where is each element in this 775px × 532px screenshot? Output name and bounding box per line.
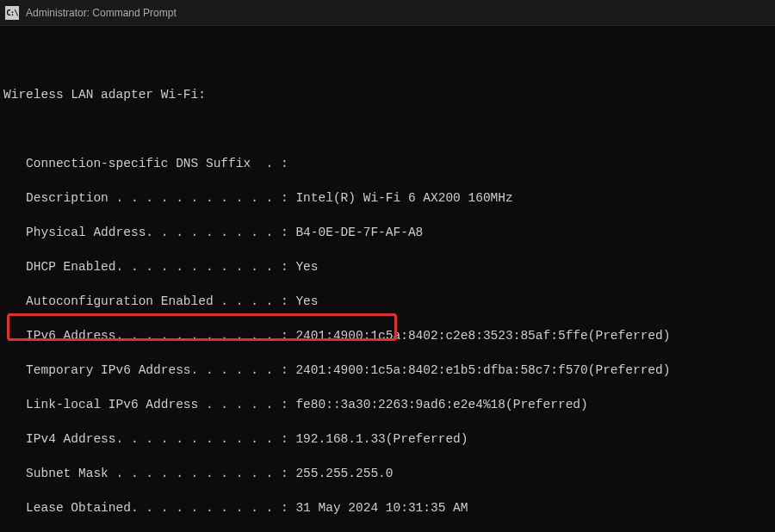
line-value: 2401:4900:1c5a:8402:e1b5:dfba:58c7:f570(… (295, 363, 670, 377)
line-value: fe80::3a30:2263:9ad6:e2e4%18(Preferred) (295, 398, 587, 411)
line-label: Link-local IPv6 Address . . . . . (26, 398, 273, 411)
output-line: Lease Obtained. . . . . . . . . . : 31 M… (3, 499, 775, 517)
line-label: Description . . . . . . . . . . . (26, 191, 273, 205)
line-label: IPv4 Address. . . . . . . . . . . (26, 432, 273, 446)
line-label: DHCP Enabled. . . . . . . . . . . (26, 260, 273, 274)
line-label: Connection-specific DNS Suffix . (26, 157, 273, 170)
terminal-output: Wireless LAN adapter Wi-Fi: Connection-s… (0, 26, 775, 532)
output-line: Subnet Mask . . . . . . . . . . . : 255.… (3, 465, 775, 482)
blank-line (3, 121, 775, 138)
output-line: Temporary IPv6 Address. . . . . . : 2401… (3, 362, 775, 379)
line-value: 192.168.1.33(Preferred) (295, 432, 468, 446)
line-value: Intel(R) Wi-Fi 6 AX200 160MHz (295, 191, 512, 205)
output-line: DHCP Enabled. . . . . . . . . . . : Yes (3, 258, 775, 275)
line-value: 2401:4900:1c5a:8402:c2e8:3523:85af:5ffe(… (295, 329, 670, 343)
output-line: IPv6 Address. . . . . . . . . . . : 2401… (3, 327, 775, 344)
line-value: 255.255.255.0 (295, 467, 393, 480)
titlebar[interactable]: C:\ Administrator: Command Prompt (0, 0, 775, 26)
line-value: Yes (295, 294, 318, 308)
output-line: Description . . . . . . . . . . . : Inte… (3, 189, 775, 207)
line-label: Physical Address. . . . . . . . . (26, 226, 273, 239)
output-line: Physical Address. . . . . . . . . : B4-0… (3, 224, 775, 241)
line-label: Temporary IPv6 Address. . . . . . (26, 363, 273, 377)
window-title: Administrator: Command Prompt (26, 7, 177, 19)
output-line: Link-local IPv6 Address . . . . . : fe80… (3, 396, 775, 413)
line-label: Autoconfiguration Enabled . . . . (26, 294, 273, 308)
line-value: Yes (295, 260, 318, 274)
output-line: IPv4 Address. . . . . . . . . . . : 192.… (3, 430, 775, 448)
line-value: 31 May 2024 10:31:35 AM (295, 501, 468, 515)
line-label: Lease Obtained. . . . . . . . . . (26, 501, 273, 515)
output-line: Autoconfiguration Enabled . . . . : Yes (3, 293, 775, 310)
line-value: B4-0E-DE-7F-AF-A8 (295, 226, 423, 239)
line-label: Subnet Mask . . . . . . . . . . . (26, 467, 273, 480)
line-label: IPv6 Address. . . . . . . . . . . (26, 329, 273, 343)
cmd-icon: C:\ (5, 6, 19, 20)
blank-line (3, 52, 775, 69)
adapter-header: Wireless LAN adapter Wi-Fi: (3, 86, 775, 103)
output-line: Connection-specific DNS Suffix . : (3, 155, 775, 172)
